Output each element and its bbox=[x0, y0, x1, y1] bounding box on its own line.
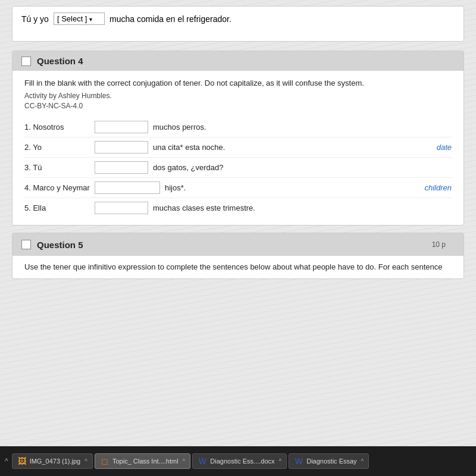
taskbar-item-docx-2[interactable]: W Diagnostic Essay ^ bbox=[289, 453, 369, 469]
fill-subject-4: 4. Marco y Neymar bbox=[24, 183, 90, 192]
fill-input-4[interactable] bbox=[95, 181, 160, 194]
taskbar-item-jpg-chevron: ^ bbox=[84, 458, 87, 465]
fill-item-2: 2. Yo una cita* esta noche. date bbox=[24, 137, 452, 158]
select-dropdown[interactable]: [ Select ] ▾ bbox=[54, 12, 105, 25]
fill-item-1: 1. Nosotros muchos perros. bbox=[24, 117, 452, 137]
taskbar-item-docx-1[interactable]: W Diagnostic Ess....docx ^ bbox=[192, 453, 287, 469]
fill-text-3: dos gatos, ¿verdad? bbox=[153, 163, 452, 172]
fill-input-3[interactable] bbox=[95, 161, 148, 174]
fill-input-1[interactable] bbox=[95, 121, 148, 133]
taskbar-item-html-label: Topic_ Class Int....html bbox=[112, 458, 178, 465]
fill-item-3: 3. Tú dos gatos, ¿verdad? bbox=[24, 158, 452, 178]
docx-1-icon: W bbox=[198, 456, 207, 466]
top-row: Tú y yo [ Select ] ▾ mucha comida en el … bbox=[21, 12, 455, 25]
main-content: Tú y yo [ Select ] ▾ mucha comida en el … bbox=[0, 0, 476, 446]
fill-input-5[interactable] bbox=[95, 202, 148, 214]
fill-text-4: hijos*. bbox=[165, 183, 419, 192]
question-4-block: Question 4 Fill in the blank with the co… bbox=[12, 51, 464, 226]
taskbar-item-html[interactable]: ◻ Topic_ Class Int....html ^ bbox=[95, 453, 190, 469]
chevron-down-icon: ▾ bbox=[89, 16, 92, 23]
taskbar-item-html-chevron: ^ bbox=[183, 458, 186, 465]
fill-text-5: muchas clases este trimestre. bbox=[153, 203, 452, 212]
taskbar-item-jpg-label: IMG_0473 (1).jpg bbox=[30, 458, 81, 465]
fill-subject-2: 2. Yo bbox=[24, 143, 90, 152]
fill-input-2[interactable] bbox=[95, 141, 148, 154]
taskbar: ^ 🖼 IMG_0473 (1).jpg ^ ◻ Topic_ Class In… bbox=[0, 446, 476, 476]
question-5-title: Question 5 bbox=[37, 240, 83, 250]
select-label: [ Select ] bbox=[57, 14, 87, 23]
fill-subject-3: 3. Tú bbox=[24, 163, 90, 172]
question-5-points: 10 p bbox=[432, 238, 455, 251]
top-partial-question: Tú y yo [ Select ] ▾ mucha comida en el … bbox=[12, 6, 464, 42]
docx-2-icon: W bbox=[294, 456, 303, 466]
question-4-license: CC-BY-NC-SA-4.0 bbox=[24, 102, 452, 110]
rest-text: mucha comida en el refrigerador. bbox=[109, 14, 231, 24]
subject-label: Tú y yo bbox=[21, 14, 49, 24]
fill-item-4: 4. Marco y Neymar hijos*. children bbox=[24, 178, 452, 198]
taskbar-item-jpg[interactable]: 🖼 IMG_0473 (1).jpg ^ bbox=[12, 453, 93, 469]
jpg-icon: 🖼 bbox=[17, 456, 27, 466]
question-5-body: Use the tener que infinitivo expression … bbox=[12, 256, 464, 278]
html-icon: ◻ bbox=[100, 456, 109, 466]
taskbar-item-docx-1-label: Diagnostic Ess....docx bbox=[210, 458, 274, 465]
question-5-header: Question 5 10 p bbox=[12, 233, 464, 256]
taskbar-left-arrow[interactable]: ^ bbox=[3, 457, 10, 465]
taskbar-item-docx-1-chevron: ^ bbox=[279, 458, 282, 465]
question-4-checkbox[interactable] bbox=[21, 57, 31, 66]
question-4-instruction: Fill in the blank with the correct conju… bbox=[24, 78, 452, 89]
question-4-title: Question 4 bbox=[37, 56, 83, 66]
fill-text-1: muchos perros. bbox=[153, 123, 452, 131]
fill-note-4: children bbox=[424, 183, 452, 192]
fill-subject-1: 1. Nosotros bbox=[24, 123, 90, 131]
fill-subject-5: 5. Ella bbox=[24, 203, 90, 212]
question-4-header: Question 4 bbox=[12, 51, 464, 71]
question-4-body: Fill in the blank with the correct conju… bbox=[12, 71, 464, 225]
question-5-checkbox[interactable] bbox=[21, 240, 31, 249]
question-5-block: Question 5 10 p Use the tener que infini… bbox=[12, 233, 464, 279]
content-area: Tú y yo [ Select ] ▾ mucha comida en el … bbox=[0, 0, 476, 292]
fill-note-2: date bbox=[437, 143, 452, 152]
taskbar-item-docx-2-label: Diagnostic Essay bbox=[306, 458, 356, 465]
question-4-attribution: Activity by Ashley Humbles. bbox=[24, 92, 452, 100]
fill-text-2: una cita* esta noche. bbox=[153, 143, 432, 152]
taskbar-item-docx-2-chevron: ^ bbox=[361, 458, 364, 465]
fill-item-5: 5. Ella muchas clases este trimestre. bbox=[24, 198, 452, 218]
question-5-instruction: Use the tener que infinitivo expression … bbox=[24, 262, 442, 271]
